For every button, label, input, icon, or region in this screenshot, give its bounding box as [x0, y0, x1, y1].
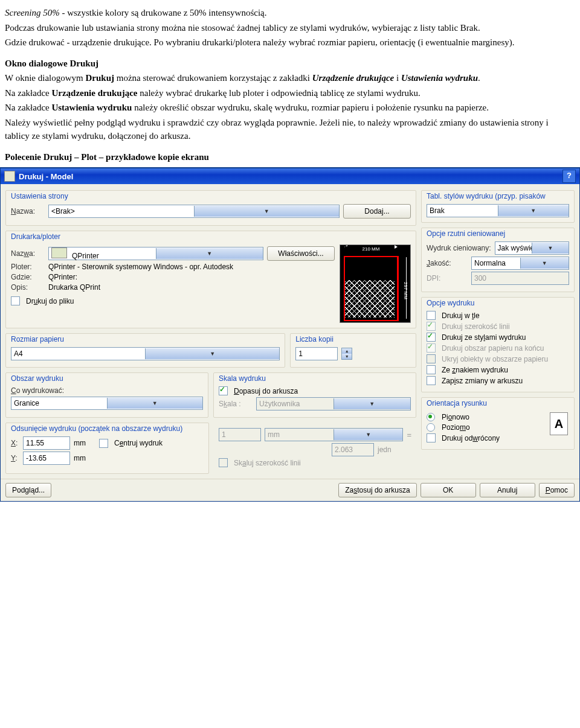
chevron-down-icon: ▼ — [145, 348, 279, 359]
screening-text: Screening 50% — [5, 8, 60, 18]
plot-stamp-checkbox[interactable] — [427, 365, 436, 374]
scale-units-input — [332, 443, 374, 456]
scale-unit-combo: mm▼ — [265, 428, 403, 441]
heading-polecenie: Polecenie Drukuj – Plot – przykładowe ko… — [5, 152, 209, 162]
chevron-down-icon: ▼ — [156, 248, 263, 259]
ok-button[interactable]: OK — [420, 483, 476, 497]
orientation-group: Orientacja rysunku Pionowo Poziomo Druku… — [421, 397, 575, 450]
copies-input[interactable] — [295, 347, 338, 360]
offset-y-input[interactable] — [23, 452, 70, 465]
plot-area-group: Obszar wydruku Co wydrukować: Granice▼ — [5, 372, 208, 418]
landscape-radio[interactable] — [427, 423, 435, 432]
save-changes-checkbox[interactable] — [427, 376, 436, 385]
plot-with-styles-checkbox[interactable] — [427, 333, 436, 342]
chevron-down-icon: ▼ — [498, 205, 569, 216]
help-button[interactable]: ? — [562, 170, 576, 183]
offset-x-input[interactable] — [23, 436, 70, 450]
plot-style-combo[interactable]: Brak▼ — [427, 204, 569, 217]
quality-combo[interactable]: Normalna▼ — [471, 257, 569, 270]
hide-paperspace-checkbox — [427, 354, 436, 363]
plot-area-combo[interactable]: Granice▼ — [11, 397, 203, 410]
copies-spinner[interactable]: ▲▼ — [341, 348, 352, 360]
plot-offset-group: Odsunięcie wydruku (początek na obszarze… — [5, 423, 209, 474]
scale-combo: Użytkownika▼ — [256, 397, 411, 410]
dialog-title: Drukuj - Model — [19, 172, 73, 181]
paper-preview: 210 MM 297 MM — [340, 244, 411, 323]
dpi-input — [471, 272, 569, 285]
preview-button[interactable]: Podgląd... — [5, 483, 51, 497]
scale-units-group: mm▼ = jedn Skaluj szerokość linii — [214, 423, 416, 474]
copies-group: Liczba kopii ▲▼ — [290, 333, 416, 368]
plot-scale-group: Skala wydruku Dopasuj do arkusza Skala :… — [213, 372, 416, 418]
heading-okno-dialogowe: Okno dialogowe Drukuj — [5, 59, 98, 68]
printer-plotter-group: Drukarka/ploter Nazwa: QPrinter▼ Właściw… — [5, 231, 416, 328]
scale-mm-input — [219, 428, 261, 441]
properties-button[interactable]: Właściwości... — [267, 246, 335, 261]
chevron-down-icon: ▼ — [334, 398, 411, 409]
scale-lineweights-checkbox — [219, 458, 228, 467]
plot-style-table-group: Tabl. stylów wydruku (przyp. pisaków Bra… — [421, 190, 575, 223]
page-setup-name-combo[interactable]: <Brak>▼ — [48, 205, 340, 218]
add-button[interactable]: Dodaj... — [343, 204, 411, 219]
cancel-button[interactable]: Anuluj — [480, 483, 535, 497]
printer-name-combo[interactable]: QPrinter▼ — [48, 247, 263, 260]
paper-size-combo[interactable]: A4▼ — [11, 347, 280, 360]
shade-plot-combo[interactable]: Jak wyświetlono▼ — [495, 241, 569, 255]
plot-options-group: Opcje wydruku Drukuj w tle Drukuj szerok… — [421, 297, 575, 392]
plot-paperspace-last-checkbox — [427, 343, 436, 353]
chevron-down-icon: ▼ — [532, 243, 569, 254]
chevron-down-icon: ▼ — [334, 429, 402, 440]
plot-background-checkbox[interactable] — [427, 311, 436, 320]
printer-icon — [51, 247, 67, 258]
shaded-viewport-group: Opcje rzutni cieniowanej Wydruk cieniowa… — [421, 228, 575, 292]
apply-to-layout-button[interactable]: Zastosuj do arkusza — [338, 483, 416, 497]
help-button[interactable]: Pomoc — [539, 483, 575, 497]
print-dialog: Drukuj - Model ? Ustawienia strony Nazwa… — [0, 167, 580, 502]
chevron-down-icon: ▼ — [520, 258, 569, 269]
plot-lineweights-checkbox — [427, 322, 436, 331]
chevron-down-icon: ▼ — [107, 398, 203, 409]
portrait-radio[interactable] — [427, 413, 435, 421]
chevron-down-icon: ▼ — [194, 206, 340, 217]
center-plot-checkbox[interactable] — [99, 439, 108, 448]
titlebar[interactable]: Drukuj - Model ? — [1, 168, 579, 184]
page-setup-group: Ustawienia strony Nazwa: <Brak>▼ Dodaj..… — [5, 190, 416, 226]
paper-size-group: Rozmiar papieru A4▼ — [5, 333, 285, 368]
upside-down-checkbox[interactable] — [427, 433, 436, 442]
orientation-icon: A — [550, 412, 568, 435]
fit-to-paper-checkbox[interactable] — [219, 386, 228, 395]
app-icon — [4, 171, 15, 182]
print-to-file-checkbox[interactable] — [11, 296, 20, 305]
